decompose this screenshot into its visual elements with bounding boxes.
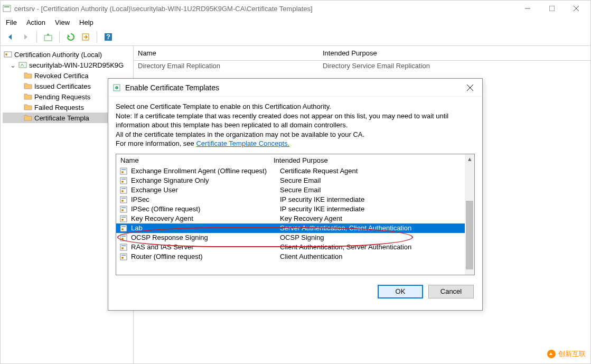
- template-purpose: Client Authentication, Server Authentica…: [280, 243, 411, 251]
- svg-point-42: [121, 247, 124, 249]
- certificate-icon: [119, 243, 128, 251]
- svg-rect-35: [120, 225, 127, 231]
- template-purpose: Client Authentication: [280, 253, 343, 260]
- watermark: 创新互联: [547, 349, 586, 359]
- certificate-icon: [119, 176, 128, 185]
- minimize-button[interactable]: [515, 1, 540, 16]
- scroll-up-icon[interactable]: ▴: [465, 154, 474, 164]
- ok-button[interactable]: OK: [378, 285, 423, 298]
- menu-help[interactable]: Help: [79, 18, 93, 26]
- column-header-purpose[interactable]: Intended Purpose: [323, 49, 377, 57]
- template-row[interactable]: Key Recovery AgentKey Recovery Agent: [116, 214, 474, 223]
- template-row[interactable]: Exchange Signature OnlySecure Email: [116, 176, 474, 185]
- dialog-intro-line: Select one Certificate Template to enabl…: [116, 102, 475, 111]
- help-prefix: For more information, see: [116, 139, 196, 147]
- expand-icon[interactable]: ⌄: [10, 61, 16, 69]
- svg-rect-26: [120, 197, 127, 203]
- template-purpose: Key Recovery Agent: [280, 214, 342, 222]
- scroll-thumb[interactable]: [466, 201, 473, 269]
- svg-rect-20: [120, 178, 127, 184]
- svg-point-39: [121, 238, 124, 240]
- certificate-icon: [119, 234, 128, 242]
- template-name: IPSec: [131, 195, 277, 203]
- menu-file[interactable]: File: [6, 18, 17, 26]
- certificate-template-concepts-link[interactable]: Certificate Template Concepts.: [196, 139, 289, 147]
- template-purpose: Server Authentication, Client Authentica…: [280, 224, 411, 232]
- template-row[interactable]: Exchange Enrollment Agent (Offline reque…: [116, 166, 474, 176]
- svg-rect-38: [120, 235, 127, 241]
- svg-rect-0: [3, 5, 11, 12]
- template-row[interactable]: Router (Offline request)Client Authentic…: [116, 252, 474, 262]
- forward-icon[interactable]: [20, 31, 31, 43]
- close-button[interactable]: [564, 1, 588, 16]
- watermark-text: 创新互联: [558, 349, 586, 359]
- refresh-icon[interactable]: [65, 31, 77, 43]
- toolbar: ?: [1, 28, 590, 46]
- svg-rect-32: [120, 216, 127, 222]
- certificate-icon: [119, 205, 128, 213]
- scrollbar[interactable]: ▴: [465, 154, 474, 275]
- template-name: IPSec (Offline request): [131, 205, 277, 213]
- svg-point-33: [121, 219, 124, 221]
- maximize-button[interactable]: [540, 1, 564, 16]
- tree-root[interactable]: Certification Authority (Local): [3, 49, 131, 60]
- column-header-name[interactable]: Name: [138, 49, 323, 57]
- certificate-icon: [119, 195, 128, 204]
- menu-action[interactable]: Action: [26, 18, 45, 26]
- window-title: certsrv - [Certification Authority (Loca…: [14, 5, 515, 13]
- tree-ca-label: securitylab-WIN-1U2RD95K9G: [29, 61, 124, 69]
- certificate-icon: [119, 224, 128, 232]
- svg-rect-23: [120, 187, 127, 193]
- svg-rect-46: [121, 255, 126, 256]
- template-purpose: Secure Email: [280, 186, 321, 194]
- ca-icon: [18, 61, 27, 69]
- tree-item-label: Issued Certificates: [34, 82, 91, 90]
- help-icon[interactable]: ?: [102, 31, 114, 43]
- tree-item-label: Failed Requests: [34, 104, 84, 111]
- svg-point-21: [121, 181, 124, 183]
- certificate-icon: [119, 214, 128, 223]
- toolbar-separator: [97, 31, 97, 43]
- template-name: Exchange Signature Only: [131, 176, 277, 184]
- folder-icon: [24, 71, 32, 80]
- back-icon[interactable]: [5, 31, 16, 43]
- export-icon[interactable]: [80, 31, 91, 43]
- svg-point-27: [121, 200, 124, 202]
- tree-item-label: Certificate Templa: [34, 114, 89, 122]
- tree-ca[interactable]: ⌄ securitylab-WIN-1U2RD95K9G: [3, 60, 131, 70]
- template-row[interactable]: Exchange UserSecure Email: [116, 185, 474, 195]
- svg-rect-43: [121, 245, 126, 246]
- cancel-button[interactable]: Cancel: [428, 285, 474, 298]
- menu-view[interactable]: View: [55, 18, 70, 26]
- template-name: Lab: [131, 224, 277, 232]
- template-row[interactable]: IPSec (Offline request)IP security IKE i…: [116, 204, 474, 214]
- template-row[interactable]: OCSP Response SigningOCSP Signing: [116, 233, 474, 242]
- template-name: Key Recovery Agent: [131, 214, 277, 222]
- table-row[interactable]: Directory Email Replication Directory Se…: [134, 61, 590, 71]
- tree-root-label: Certification Authority (Local): [14, 51, 102, 59]
- template-row[interactable]: LabServer Authentication, Client Authent…: [116, 223, 474, 233]
- toolbar-separator: [59, 31, 60, 43]
- folder-icon: [24, 92, 32, 101]
- svg-point-14: [115, 86, 118, 89]
- tree-item-label: Pending Requests: [34, 93, 90, 101]
- template-purpose: IP security IKE intermediate: [280, 205, 364, 213]
- dialog-help-line: For more information, see Certificate Te…: [116, 139, 475, 148]
- row-name: Directory Email Replication: [138, 62, 323, 70]
- svg-rect-6: [44, 35, 52, 41]
- dialog-close-button[interactable]: [462, 80, 478, 96]
- svg-text:?: ?: [106, 33, 110, 41]
- listview-header-purpose[interactable]: Intended Purpose: [274, 156, 328, 164]
- template-row[interactable]: IPSecIP security IKE intermediate: [116, 195, 474, 204]
- up-icon[interactable]: [42, 31, 54, 43]
- certificate-icon: [119, 186, 128, 194]
- svg-rect-28: [121, 198, 126, 199]
- toolbar-separator: [36, 31, 37, 43]
- template-row[interactable]: RAS and IAS ServerClient Authentication,…: [116, 242, 474, 252]
- certificate-template-icon: [112, 83, 121, 92]
- svg-rect-1: [4, 6, 10, 7]
- template-purpose: OCSP Signing: [280, 234, 324, 241]
- svg-point-18: [121, 171, 124, 173]
- listview-header-name[interactable]: Name: [120, 156, 274, 164]
- template-listview: Name Intended Purpose Exchange Enrollmen…: [116, 154, 475, 275]
